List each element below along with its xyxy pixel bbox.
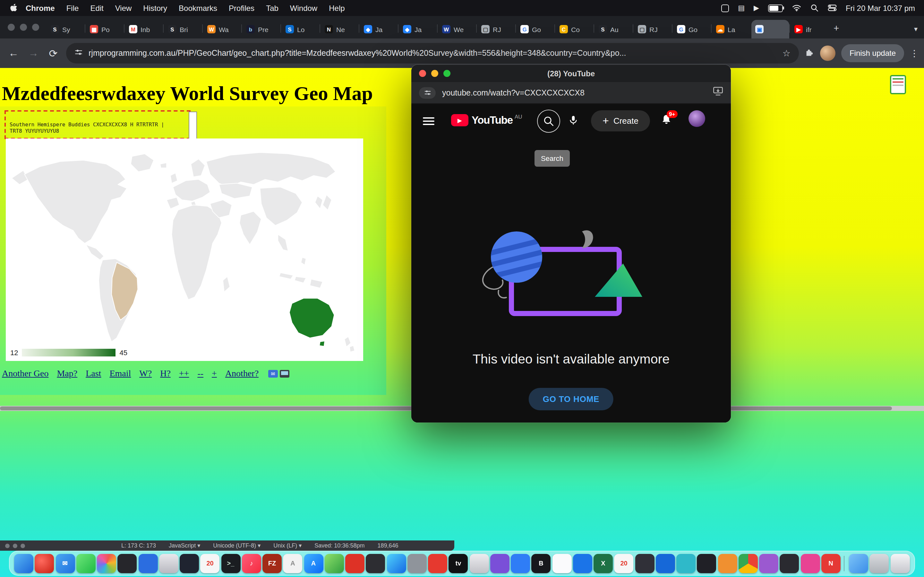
- editor-status-item[interactable]: L: 173 C: 173: [121, 542, 156, 549]
- dock-app-red-app-2[interactable]: [428, 554, 447, 573]
- browser-tab[interactable]: b Pre ✕: [242, 20, 280, 39]
- dock-app-blue-app-2[interactable]: [511, 554, 530, 573]
- page-link[interactable]: Another?: [225, 369, 258, 379]
- page-link[interactable]: +: [212, 369, 217, 379]
- dock-app-dark-app-1[interactable]: [118, 554, 137, 573]
- editor-status-item[interactable]: 189,646: [377, 542, 398, 549]
- editor-status-item[interactable]: JavaScript ▾: [169, 542, 200, 549]
- site-settings-icon[interactable]: [74, 48, 83, 58]
- zoom-window-button[interactable]: [32, 24, 39, 31]
- page-link[interactable]: Email: [110, 369, 131, 379]
- dock-app-purple-app-1[interactable]: [490, 554, 509, 573]
- dock-app-chrome[interactable]: [738, 554, 758, 573]
- editor-window-controls[interactable]: [5, 543, 25, 548]
- finish-update-button[interactable]: Finish update: [841, 44, 904, 62]
- close-window-button[interactable]: [8, 24, 15, 31]
- dock-app-silver-app-1[interactable]: [159, 554, 178, 573]
- dock-app-blue-app-1[interactable]: [138, 554, 158, 573]
- dock-app-appstore[interactable]: A: [304, 554, 323, 573]
- menu-item[interactable]: History: [137, 3, 173, 13]
- dock-app-pink-app[interactable]: [800, 554, 820, 573]
- editor-status-item[interactable]: Saved: 10:36:58pm: [314, 542, 365, 549]
- browser-tab[interactable]: G Go ✕: [517, 20, 554, 39]
- browser-menu-icon[interactable]: ⋮: [910, 48, 918, 58]
- menu-item[interactable]: Chrome: [20, 3, 61, 13]
- site-settings-icon[interactable]: [419, 87, 436, 98]
- dock-app-music[interactable]: ♪: [242, 554, 261, 573]
- dock-app-dark-app-2[interactable]: [180, 554, 199, 573]
- wifi-icon[interactable]: [792, 5, 801, 11]
- dock-app-white-app[interactable]: [552, 554, 572, 573]
- search-icon[interactable]: [537, 110, 560, 133]
- dock-app-photos[interactable]: [97, 554, 116, 573]
- extensions-icon[interactable]: [804, 47, 814, 59]
- menu-item[interactable]: Edit: [84, 3, 109, 13]
- browser-tab[interactable]: ▢ RJ ✕: [477, 20, 515, 39]
- dock-app-downloads[interactable]: [849, 554, 868, 573]
- voice-search-icon[interactable]: [568, 115, 579, 128]
- browser-tab[interactable]: ☁ La ✕: [712, 20, 750, 39]
- browser-tab[interactable]: ◆ Ja ✕: [360, 20, 398, 39]
- browser-tab[interactable]: C Co ✕: [556, 20, 594, 39]
- page-link[interactable]: Another Geo: [2, 369, 48, 379]
- reload-button[interactable]: ⟳: [46, 47, 60, 59]
- dock-app-tv[interactable]: tv: [449, 554, 468, 573]
- dock-app-dark-app-3[interactable]: [366, 554, 385, 573]
- dock-app-red-white-app[interactable]: N: [821, 554, 841, 573]
- browser-tab[interactable]: W Wa ✕: [204, 20, 241, 39]
- notifications-bell-icon[interactable]: 9+: [660, 113, 672, 128]
- menu-item[interactable]: File: [61, 3, 85, 13]
- browser-tab[interactable]: S Sy ✕: [47, 20, 85, 39]
- dock-app-orange-app[interactable]: [718, 554, 737, 573]
- minimize-window-button[interactable]: [431, 70, 438, 77]
- computer-icon[interactable]: [280, 370, 289, 378]
- dock-app-finder[interactable]: [14, 554, 33, 573]
- address-bar[interactable]: rjmprogramming.com.au/PHP/GeoChart/geo_c…: [66, 43, 799, 63]
- save-to-device-icon[interactable]: [713, 87, 723, 99]
- dock-app-calendar-2[interactable]: 20: [614, 554, 634, 573]
- menu-item[interactable]: Tab: [260, 3, 284, 13]
- dock-app-textedit[interactable]: A: [283, 554, 302, 573]
- browser-tab[interactable]: ▦ Po ✕: [86, 20, 124, 39]
- page-link[interactable]: --: [197, 369, 204, 379]
- youtube-avatar[interactable]: [688, 110, 705, 127]
- forward-button[interactable]: →: [26, 47, 40, 59]
- popup-url-text[interactable]: youtube.com/watch?v=CXCXCXCXCX8: [442, 88, 706, 97]
- youtube-logo[interactable]: ▶ YouTube AU: [451, 114, 522, 126]
- dock-app-dark-app-6[interactable]: [780, 554, 799, 573]
- dock-app-trash[interactable]: [890, 554, 909, 573]
- dock-app-siri[interactable]: [35, 554, 54, 573]
- battery-icon[interactable]: [768, 4, 783, 12]
- dock-app-dark-app-4[interactable]: [635, 554, 654, 573]
- browser-tab[interactable]: ▶ ifr ✕: [790, 20, 829, 39]
- browser-tab[interactable]: ◆ Ja ✕: [399, 20, 437, 39]
- dock-app-documents[interactable]: [870, 554, 889, 573]
- page-link[interactable]: W?: [139, 369, 152, 379]
- popup-title-bar[interactable]: (28) YouTube: [411, 65, 731, 82]
- dock-app-messages[interactable]: [76, 554, 95, 573]
- menubar-clock[interactable]: Fri 20 Mar 10:37 pm: [846, 3, 915, 13]
- browser-tab[interactable]: S Bri ✕: [164, 20, 202, 39]
- url-text[interactable]: rjmprogramming.com.au/PHP/GeoChart/geo_c…: [89, 49, 777, 58]
- email-icon[interactable]: ✉: [268, 370, 278, 378]
- hamburger-menu-icon[interactable]: [423, 117, 435, 125]
- bookmark-star-icon[interactable]: ☆: [782, 48, 790, 58]
- minimize-window-button[interactable]: [20, 24, 27, 31]
- editor-status-item[interactable]: Unix (LF) ▾: [273, 542, 302, 549]
- close-window-button[interactable]: [419, 70, 426, 77]
- page-link[interactable]: Map?: [57, 369, 78, 379]
- dock-app-silver-app-2[interactable]: [469, 554, 489, 573]
- zoom-window-button[interactable]: [443, 70, 451, 77]
- dock-app-bbedit[interactable]: B: [531, 554, 551, 573]
- dock-app-teal-app[interactable]: [676, 554, 696, 573]
- create-button[interactable]: + Create: [591, 110, 650, 131]
- browser-tab[interactable]: M Inb ✕: [125, 20, 163, 39]
- browser-tab[interactable]: W We ✕: [438, 20, 476, 39]
- dock-app-blue-app-4[interactable]: [656, 554, 675, 573]
- play-icon[interactable]: ▶: [754, 4, 759, 12]
- go-to-home-button[interactable]: GO TO HOME: [529, 388, 614, 410]
- dock-app-dark-app-5[interactable]: [697, 554, 716, 573]
- dock-app-blue-app-3[interactable]: [573, 554, 592, 573]
- page-corner-widget[interactable]: [890, 75, 906, 94]
- dock-app-terminal[interactable]: >_: [221, 554, 240, 573]
